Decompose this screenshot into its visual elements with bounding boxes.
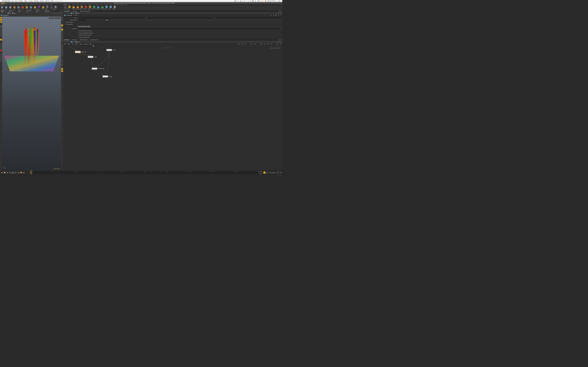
zoom-window-button[interactable] bbox=[4, 3, 5, 4]
close-icon[interactable]: × bbox=[16, 11, 16, 12]
tab[interactable]: Scene View× bbox=[0, 10, 8, 12]
tab-menu-icon[interactable]: ▾ bbox=[95, 10, 97, 12]
play-back-button[interactable]: ◀ bbox=[9, 171, 11, 174]
wire-shaded-icon[interactable] bbox=[57, 12, 59, 14]
shelf-tool-volume-light[interactable]: Volume Light bbox=[84, 6, 88, 10]
shelf-tab[interactable]: Hair bbox=[42, 4, 45, 5]
overview-icon[interactable] bbox=[280, 43, 282, 45]
nav-menu-icon[interactable]: ▾ bbox=[68, 12, 70, 14]
path-root[interactable]: obj bbox=[72, 41, 74, 42]
grid-small-icon[interactable] bbox=[251, 43, 252, 45]
select-mode-icon[interactable] bbox=[0, 26, 2, 27]
snap-curve-icon[interactable] bbox=[0, 48, 2, 49]
tab-add-icon[interactable]: + bbox=[55, 11, 58, 12]
light-toggle-icon[interactable] bbox=[61, 68, 63, 70]
tab[interactable]: Material Palette× bbox=[79, 39, 89, 40]
xray-icon[interactable] bbox=[61, 40, 63, 42]
search-icon[interactable]: 🔍 bbox=[275, 15, 277, 16]
prim-mode-icon[interactable] bbox=[0, 32, 2, 34]
pre-transform-label[interactable]: Pre-Transform bbox=[66, 24, 73, 25]
gear-icon[interactable]: ✲ bbox=[270, 15, 272, 16]
app-name[interactable]: Houdini Indie bbox=[2, 0, 10, 2]
pin-icon[interactable] bbox=[278, 41, 280, 43]
nav-dropdown-icon[interactable]: ▾ bbox=[276, 41, 278, 43]
tab[interactable]: Render View× bbox=[17, 10, 25, 12]
edge-mode-icon[interactable] bbox=[0, 30, 2, 32]
tab[interactable]: Tree View× bbox=[71, 39, 79, 40]
move-centroid-button[interactable]: Move Centroid to Origin bbox=[77, 26, 91, 27]
uniform-scale-slider[interactable] bbox=[87, 20, 281, 20]
net-menu-edit[interactable]: Edit bbox=[68, 43, 70, 45]
nav-dropdown-icon[interactable]: ▾ bbox=[276, 12, 278, 14]
start-frame-field[interactable] bbox=[26, 170, 29, 173]
checkbox[interactable]: ✓ bbox=[77, 33, 79, 34]
shelf-tab[interactable]: Solid bbox=[113, 4, 116, 5]
tray-icon[interactable]: ☁ bbox=[242, 0, 243, 2]
display-camera-icon[interactable] bbox=[61, 19, 63, 21]
battery-text[interactable]: 100% bbox=[257, 0, 260, 2]
shelf-menu-icon[interactable]: ▾ bbox=[281, 4, 282, 5]
bulb-icon[interactable] bbox=[61, 70, 63, 72]
nav-back-icon[interactable]: ← bbox=[64, 41, 66, 43]
shelf-tool-geometry-light[interactable]: Geometry Light bbox=[80, 6, 84, 10]
shelf-tab[interactable]: Light... bbox=[63, 4, 68, 5]
ghost-icon[interactable] bbox=[59, 12, 61, 14]
target-icon[interactable] bbox=[55, 12, 57, 14]
list-icon[interactable] bbox=[241, 43, 243, 45]
menu-takes[interactable]: Takes bbox=[24, 0, 27, 2]
shear-x-field[interactable] bbox=[77, 17, 145, 19]
shelf-tool-sphere[interactable]: Sphere bbox=[4, 6, 8, 10]
hidden-line-icon[interactable] bbox=[61, 37, 63, 39]
abc-icon[interactable]: abc bbox=[61, 61, 63, 63]
note-icon[interactable] bbox=[264, 43, 265, 45]
minimize-window-button[interactable] bbox=[2, 3, 3, 4]
clock-text[interactable]: Wed 10:27 PM bbox=[268, 0, 275, 2]
nav-back-icon[interactable]: ← bbox=[64, 12, 66, 14]
attributes-field[interactable] bbox=[77, 28, 280, 30]
follow-icon[interactable] bbox=[280, 12, 282, 14]
pane-icon[interactable] bbox=[279, 39, 280, 41]
wifi-icon[interactable]: ⚟ bbox=[250, 0, 251, 2]
shear-y-field[interactable] bbox=[146, 17, 213, 19]
shear-z-field[interactable] bbox=[214, 17, 281, 19]
shelf-tab[interactable]: Crowds bbox=[120, 4, 125, 5]
tab-menu-icon[interactable]: ▾ bbox=[58, 10, 60, 12]
shelf-tool-line[interactable]: Line bbox=[25, 6, 29, 10]
point-mode-icon[interactable] bbox=[0, 28, 2, 30]
net-menu-go[interactable]: Go bbox=[72, 43, 73, 45]
realtime-toggle[interactable]: 🔑 bbox=[263, 171, 266, 174]
tray-icon[interactable]: ⟳ bbox=[244, 0, 245, 2]
timeline-track[interactable]: 1 124487296120144168192216240 bbox=[30, 171, 258, 174]
path-node[interactable]: geo1 bbox=[77, 41, 80, 42]
normal-disp-icon[interactable] bbox=[61, 53, 63, 54]
node-color2[interactable]: color2 bbox=[88, 56, 97, 58]
shelf-tab[interactable]: Text... bbox=[21, 4, 25, 5]
shelf-tool-curve[interactable]: Curve bbox=[33, 6, 37, 10]
last-frame-button[interactable]: ⏭ bbox=[23, 171, 25, 174]
checkbox[interactable] bbox=[77, 30, 79, 31]
shelf-tool-platonic-solids[interactable]: Platonic Solids bbox=[53, 6, 58, 10]
textport-icon[interactable] bbox=[244, 43, 246, 45]
snap-grid-icon[interactable] bbox=[0, 43, 2, 45]
lock-icon[interactable] bbox=[61, 25, 63, 26]
shelf-tool-font[interactable]: Font bbox=[49, 6, 53, 10]
volume-icon[interactable]: 🔊 bbox=[255, 0, 256, 2]
shelf-tab[interactable]: Visc... bbox=[84, 4, 87, 5]
shelf-tool-caustic-light[interactable]: Caustic Light bbox=[104, 6, 109, 10]
shelf-tool-draw-curve[interactable]: Draw Curve bbox=[37, 6, 41, 10]
nav-fwd-icon[interactable]: → bbox=[3, 12, 4, 14]
node-transform1[interactable]: transform1 bbox=[75, 51, 86, 53]
tray-icon[interactable]: ▦ bbox=[234, 0, 236, 2]
find-icon[interactable] bbox=[277, 43, 278, 45]
snap-icon[interactable] bbox=[0, 39, 2, 41]
tab[interactable]: Asset Browser× bbox=[89, 39, 100, 40]
net-menu-tools[interactable]: Tools bbox=[79, 43, 82, 45]
template-icon[interactable] bbox=[61, 12, 63, 14]
menu-edit[interactable]: Edit bbox=[15, 0, 17, 2]
folder-icon[interactable] bbox=[270, 43, 272, 45]
close-icon[interactable]: × bbox=[91, 11, 91, 12]
shelf-tool-gi-light[interactable]: GI Light bbox=[100, 6, 104, 10]
image-icon[interactable] bbox=[267, 43, 269, 45]
snap-point-icon[interactable] bbox=[0, 45, 2, 47]
end-frame2-field[interactable] bbox=[259, 173, 263, 175]
